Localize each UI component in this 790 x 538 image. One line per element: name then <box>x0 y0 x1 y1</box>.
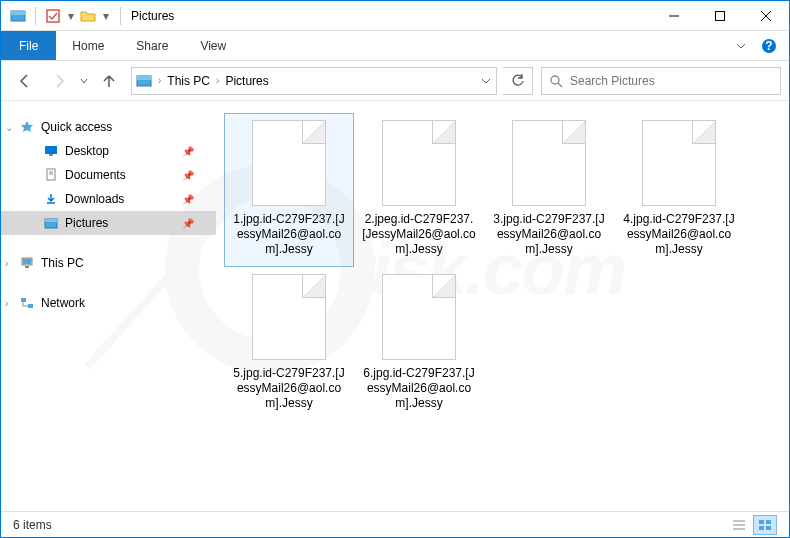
svg-rect-4 <box>716 11 725 20</box>
maximize-button[interactable] <box>697 1 743 31</box>
file-item[interactable]: 6.jpg.id-C279F237.[JessyMail26@aol.com].… <box>354 267 484 421</box>
breadcrumb-current[interactable]: Pictures <box>221 68 272 94</box>
svg-rect-28 <box>759 520 764 524</box>
close-button[interactable] <box>743 1 789 31</box>
sidebar-item-label: Pictures <box>65 216 108 230</box>
file-icon <box>512 120 586 206</box>
network-icon <box>19 295 35 311</box>
qat-properties-icon[interactable] <box>42 5 64 27</box>
svg-rect-19 <box>45 219 57 222</box>
sidebar-item-label: Desktop <box>65 144 109 158</box>
sidebar-network[interactable]: › Network <box>1 291 216 315</box>
help-button[interactable]: ? <box>757 34 781 58</box>
file-name: 2.jpeg.id-C279F237.[JessyMail26@aol.com]… <box>359 212 479 257</box>
sidebar-item-label: Quick access <box>41 120 112 134</box>
refresh-button[interactable] <box>503 67 533 95</box>
tab-share[interactable]: Share <box>120 31 184 60</box>
svg-line-12 <box>558 83 562 87</box>
sidebar-item-label: Documents <box>65 168 126 182</box>
file-item[interactable]: 4.jpg.id-C279F237.[JessyMail26@aol.com].… <box>614 113 744 267</box>
file-icon <box>382 274 456 360</box>
svg-text:?: ? <box>765 39 772 53</box>
forward-button[interactable] <box>43 67 75 95</box>
desktop-icon <box>43 143 59 159</box>
file-name: 3.jpg.id-C279F237.[JessyMail26@aol.com].… <box>489 212 609 257</box>
tab-view[interactable]: View <box>184 31 242 60</box>
sidebar-item-pictures[interactable]: Pictures 📌 <box>1 211 216 235</box>
qat-dropdown[interactable]: ▾ <box>66 9 75 23</box>
details-view-button[interactable] <box>727 515 751 535</box>
chevron-right-icon[interactable]: › <box>214 75 221 86</box>
svg-rect-30 <box>759 526 764 530</box>
chevron-right-icon[interactable]: › <box>5 258 8 269</box>
tab-home[interactable]: Home <box>56 31 120 60</box>
pin-icon: 📌 <box>182 194 194 205</box>
file-icon <box>642 120 716 206</box>
chevron-down-icon[interactable]: ⌄ <box>5 122 13 133</box>
pin-icon: 📌 <box>182 218 194 229</box>
file-tab[interactable]: File <box>1 31 56 60</box>
file-icon <box>252 120 326 206</box>
file-name: 4.jpg.id-C279F237.[JessyMail26@aol.com].… <box>619 212 739 257</box>
history-dropdown[interactable] <box>77 67 91 95</box>
sidebar-thispc[interactable]: › This PC <box>1 251 216 275</box>
svg-rect-24 <box>28 304 33 308</box>
sidebar-item-desktop[interactable]: Desktop 📌 <box>1 139 216 163</box>
pin-icon: 📌 <box>182 170 194 181</box>
search-icon <box>542 74 570 88</box>
item-count: 6 items <box>13 518 52 532</box>
pin-icon: 📌 <box>182 146 194 157</box>
address-dropdown[interactable] <box>474 76 496 86</box>
file-item[interactable]: 2.jpeg.id-C279F237.[JessyMail26@aol.com]… <box>354 113 484 267</box>
svg-rect-2 <box>47 10 59 22</box>
file-item[interactable]: 5.jpg.id-C279F237.[JessyMail26@aol.com].… <box>224 267 354 421</box>
sidebar-item-label: Downloads <box>65 192 124 206</box>
sidebar-item-documents[interactable]: Documents 📌 <box>1 163 216 187</box>
app-icon <box>7 5 29 27</box>
breadcrumb-root[interactable]: This PC <box>163 68 214 94</box>
pictures-icon <box>43 215 59 231</box>
window-title: Pictures <box>125 9 174 23</box>
svg-rect-22 <box>25 266 29 268</box>
ribbon: File Home Share View ? <box>1 31 789 61</box>
sidebar-quickaccess[interactable]: ⌄ Quick access <box>1 115 216 139</box>
titlebar: ▾ ▾ Pictures <box>1 1 789 31</box>
status-bar: 6 items <box>1 511 789 537</box>
svg-rect-14 <box>49 154 53 156</box>
expand-ribbon-button[interactable] <box>729 34 753 58</box>
minimize-button[interactable] <box>651 1 697 31</box>
svg-rect-10 <box>137 76 151 80</box>
search-box[interactable] <box>541 67 781 95</box>
location-icon <box>132 73 156 89</box>
sidebar-item-label: This PC <box>41 256 84 270</box>
chevron-right-icon[interactable]: › <box>5 298 8 309</box>
sidebar-item-downloads[interactable]: Downloads 📌 <box>1 187 216 211</box>
search-input[interactable] <box>570 74 780 88</box>
back-button[interactable] <box>9 67 41 95</box>
svg-point-11 <box>551 76 559 84</box>
file-icon <box>252 274 326 360</box>
thispc-icon <box>19 255 35 271</box>
sidebar: ⌄ Quick access Desktop 📌 Documents 📌 Dow… <box>1 101 216 511</box>
file-name: 5.jpg.id-C279F237.[JessyMail26@aol.com].… <box>229 366 349 411</box>
documents-icon <box>43 167 59 183</box>
file-name: 1.jpg.id-C279F237.[JessyMail26@aol.com].… <box>229 212 349 257</box>
svg-rect-21 <box>23 259 31 264</box>
file-name: 6.jpg.id-C279F237.[JessyMail26@aol.com].… <box>359 366 479 411</box>
svg-rect-1 <box>11 11 25 15</box>
address-bar[interactable]: › This PC › Pictures <box>131 67 497 95</box>
navbar: › This PC › Pictures <box>1 61 789 101</box>
svg-rect-29 <box>766 520 771 524</box>
chevron-right-icon[interactable]: › <box>156 75 163 86</box>
svg-rect-31 <box>766 526 771 530</box>
thumbnails-view-button[interactable] <box>753 515 777 535</box>
up-button[interactable] <box>93 67 125 95</box>
svg-rect-13 <box>45 146 57 154</box>
star-icon <box>19 119 35 135</box>
file-pane[interactable]: 1.jpg.id-C279F237.[JessyMail26@aol.com].… <box>216 101 789 511</box>
file-item[interactable]: 3.jpg.id-C279F237.[JessyMail26@aol.com].… <box>484 113 614 267</box>
qat-newfolder-icon[interactable] <box>77 5 99 27</box>
file-item[interactable]: 1.jpg.id-C279F237.[JessyMail26@aol.com].… <box>224 113 354 267</box>
svg-rect-23 <box>21 298 26 302</box>
qat-customize-dropdown[interactable]: ▾ <box>101 9 110 23</box>
